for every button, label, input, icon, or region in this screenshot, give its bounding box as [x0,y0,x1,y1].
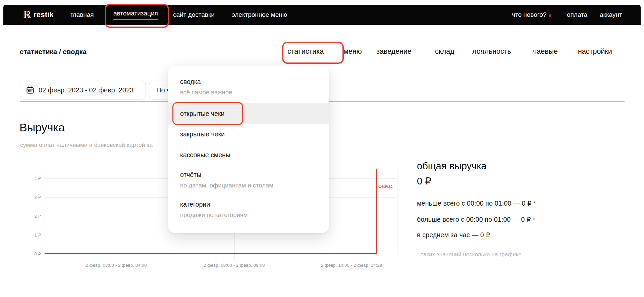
x-axis-tick: 2 февр. 08:00 - 2 февр. 09:00 [184,263,284,268]
secondary-nav-settings[interactable]: настройки [578,47,612,56]
dropdown-item-categories[interactable]: категории [180,201,210,208]
nav-item-whats-new[interactable]: что нового? [512,5,551,25]
nav-item-main[interactable]: главная [70,5,94,25]
dropdown-item-reports[interactable]: отчёты [180,171,201,179]
nav-item-electronic-menu[interactable]: электронное меню [232,5,287,25]
logo-text: restik [34,10,54,19]
secondary-nav-tips[interactable]: чаевые [533,47,558,56]
secondary-nav-stock[interactable]: склад [435,47,454,56]
gridline-vertical [397,169,397,254]
statistics-dropdown-menu: сводка всё самое важное открытые чеки за… [168,66,329,233]
now-marker-line [376,169,377,254]
dropdown-item-summary[interactable]: сводка [180,78,201,86]
nav-item-delivery-site[interactable]: сайт доставки [173,5,215,25]
y-axis-tick: 4 ₽ [24,176,41,181]
nav-item-payment[interactable]: оплата [567,5,587,25]
secondary-nav-statistics[interactable]: статистика [287,47,324,56]
top-navigation-bar: ℝ restik главная автоматизация сайт дост… [3,5,641,25]
y-axis-line [45,169,45,259]
nav-item-account[interactable]: аккаунт [600,5,622,25]
dropdown-item-open-checks-label[interactable]: открытые чеки [180,110,224,118]
x-axis-line [45,254,397,254]
dropdown-item-summary-subtitle: всё самое важное [180,89,232,96]
summary-min-line: меньше всего с 00:00 по 01:00 — 0 ₽ * [417,200,536,207]
restik-logo-icon: ℝ [23,10,31,20]
summary-avg-line: в среднем за час — 0 ₽ [417,231,490,239]
date-range-label: 02 февр. 2023 - 02 февр. 2023 [39,86,133,94]
summary-footnote: * таких значений несколько на графике [417,251,522,258]
summary-max-line: больше всего с 00:00 по 01:00 — 0 ₽ * [417,216,535,223]
logo[interactable]: ℝ restik [23,5,54,25]
dropdown-item-categories-subtitle: продажи по категориям [180,211,248,219]
secondary-nav-menu[interactable]: меню [343,47,362,56]
secondary-nav-venue[interactable]: заведение [376,47,412,56]
revenue-series-line [45,253,377,254]
revenue-section-title: Выручка [19,121,65,134]
y-axis-tick: 1 ₽ [24,232,41,238]
date-range-button[interactable]: 02 февр. 2023 - 02 февр. 2023 [20,81,146,99]
dropdown-item-closed-checks[interactable]: закрытые чеки [180,130,225,138]
y-axis-tick: 0 ₽ [24,251,41,256]
calendar-icon [26,86,34,94]
dropdown-item-cash-shifts[interactable]: кассовые смены [180,151,230,159]
now-marker-label: Сейчас [378,184,393,189]
now-marker-tick [377,254,377,259]
total-revenue-title: общая выручка [417,161,487,172]
nav-item-automation[interactable]: автоматизация [113,5,158,25]
x-axis-tick: 2 февр. 03:00 - 2 февр. 04:00 [66,263,166,268]
total-revenue-value: 0 ₽ [417,175,431,187]
dropdown-item-reports-subtitle: по датам, официантам и столам [180,182,273,189]
secondary-nav-loyalty[interactable]: лояльность [472,47,511,56]
y-axis-tick: 3 ₽ [24,195,41,200]
x-axis-tick: 2 февр. 14:00 - 2 февр. 14:28 [301,263,402,268]
breadcrumb: статистика / сводка [20,48,87,56]
gridline-vertical [116,169,116,259]
gridline-horizontal [45,235,397,235]
whats-new-notification-dot [549,14,551,17]
y-axis-tick: 2 ₽ [24,214,41,219]
screen: ℝ restik главная автоматизация сайт дост… [0,0,644,297]
revenue-section-subtitle: сумма оплат наличными и банковской карто… [20,142,153,148]
